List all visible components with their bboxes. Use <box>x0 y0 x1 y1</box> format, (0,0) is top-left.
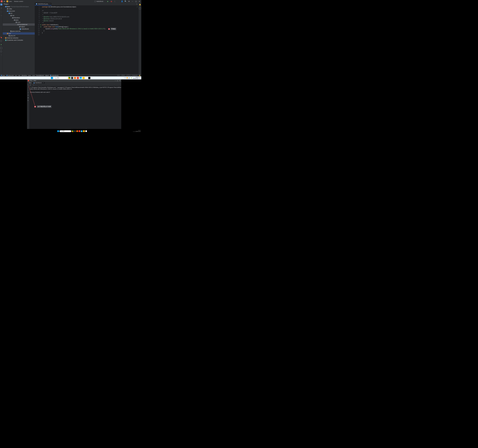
close-icon[interactable]: ✕ <box>138 0 140 2</box>
up-icon[interactable]: ↑ <box>28 87 29 88</box>
tab-more-icon[interactable]: ⋮ <box>136 3 138 5</box>
code-text[interactable]: package net.ittimeline.java.core.foundat… <box>42 6 138 74</box>
structure-tool-icon[interactable]: ⋮⋮ <box>0 11 2 13</box>
code-area[interactable]: 123456789 10▶ 11▶ 12131415 package net.i… <box>35 6 138 74</box>
titlebar: IJ J java⌄ Version control⌄ HelloWorld⌄ … <box>0 0 141 3</box>
commit-tool-icon[interactable]: ⊙ <box>0 7 2 9</box>
more-icon[interactable]: ⋮ <box>114 0 116 2</box>
tree-scratch[interactable]: Scratches and Consoles <box>3 39 35 41</box>
app-icon[interactable] <box>76 130 78 132</box>
run-config-selector[interactable]: HelloWorld⌄ <box>94 0 105 2</box>
start-icon[interactable] <box>51 77 53 79</box>
trash-icon[interactable]: 🗑 <box>27 100 29 101</box>
tree-helloworld[interactable]: CHelloWorld <box>3 28 35 30</box>
tree-java2[interactable]: ⌄java <box>3 19 35 21</box>
encoding[interactable]: UTF-8 <box>126 75 130 76</box>
tree-foundational[interactable]: ⌄foundational <box>3 23 35 26</box>
close-icon[interactable]: ✕ <box>119 80 120 81</box>
indent[interactable]: 4 spaces <box>132 75 137 76</box>
lock-icon[interactable]: 🔓 <box>139 75 140 76</box>
run-button[interactable]: ▶ <box>107 0 109 2</box>
start-icon[interactable] <box>57 130 59 132</box>
editor-tab[interactable]: CHelloWorld.java✕ <box>35 3 51 6</box>
explorer-icon[interactable] <box>82 77 85 79</box>
main-menu-icon[interactable] <box>3 0 6 2</box>
debug-tool-icon[interactable] <box>0 47 2 49</box>
gutter-run-icon[interactable]: ▶ <box>40 24 41 26</box>
edge-icon[interactable] <box>81 130 82 132</box>
intellij-icon[interactable] <box>88 77 90 79</box>
wrap-icon[interactable]: ↲ <box>28 92 29 93</box>
settings-icon[interactable]: ⚙ <box>128 0 130 2</box>
down-icon[interactable]: ↓ <box>28 89 29 91</box>
volume-icon[interactable]: 🔊 <box>129 77 130 79</box>
ime-icon[interactable]: 中 <box>125 77 126 79</box>
tree-out[interactable]: ›out <box>3 32 35 35</box>
minimize-icon[interactable]: – <box>131 0 134 2</box>
services-icon[interactable] <box>0 40 2 42</box>
gutter-run-icon[interactable]: ▶ <box>40 26 41 28</box>
wifi-icon[interactable]: 📶 <box>126 77 128 79</box>
taskbar-search[interactable]: 🔍搜索 <box>54 77 68 79</box>
system-tray[interactable]: ˄ 中 📶 🔊 🔋 19:232023/11/16 💬 <box>123 77 140 79</box>
search-icon[interactable]: 🔍 <box>124 0 127 2</box>
edge-icon[interactable] <box>80 77 82 79</box>
database-icon[interactable] <box>139 7 141 9</box>
tab-close-icon[interactable]: ✕ <box>49 3 50 5</box>
tree-extlib[interactable]: ›External Libraries <box>3 37 35 39</box>
intellij-icon[interactable] <box>88 130 89 132</box>
run-tab[interactable]: Run <box>28 82 32 84</box>
chrome-icon[interactable] <box>85 130 87 132</box>
minimize-icon[interactable]: – <box>115 80 116 81</box>
notification-icon[interactable]: 💬 <box>139 77 140 79</box>
tree-net[interactable]: ⌄net <box>3 14 35 17</box>
taskbar-search[interactable]: 🔍搜索 <box>59 130 71 132</box>
maximize-icon[interactable]: ▢ <box>135 0 137 2</box>
taskview-icon[interactable] <box>71 77 73 79</box>
project-header[interactable]: Project⌄ <box>3 3 35 6</box>
vcs-dropdown[interactable]: Version control⌄ <box>14 1 24 2</box>
run-tab-active[interactable]: CHelloWorld ✕ <box>32 82 45 84</box>
project-tool-icon[interactable] <box>0 3 2 6</box>
caret-pos[interactable]: 15:1 <box>117 75 120 76</box>
tree-javaiml[interactable]: java.iml <box>3 35 35 37</box>
chrome-icon[interactable] <box>85 77 88 79</box>
git-tool-icon[interactable]: ⑂ <box>0 54 2 56</box>
bookmark-icon[interactable]: 🔖 <box>0 36 2 39</box>
code-with-me-icon[interactable]: 👤 <box>121 0 123 2</box>
explorer-icon[interactable] <box>83 130 85 132</box>
copilot-icon[interactable] <box>68 77 70 79</box>
more-tool-icon[interactable]: ⋯ <box>0 14 2 17</box>
project-dropdown[interactable]: java⌄ <box>9 1 13 2</box>
more-icon[interactable]: ⋮ <box>35 84 37 86</box>
stop-icon[interactable]: ■ <box>30 84 31 86</box>
rerun-icon[interactable]: ↻ <box>28 84 29 86</box>
tree-idea[interactable]: ›.idea <box>3 8 35 10</box>
app-icon[interactable] <box>74 77 76 79</box>
tree-core[interactable]: ⌄core <box>3 21 35 23</box>
taskview-icon[interactable] <box>74 130 76 132</box>
tree-iml[interactable]: java-core.iml <box>3 30 35 32</box>
tree-javacore[interactable]: ⌄java-core <box>3 10 35 12</box>
app-icon[interactable] <box>77 77 79 79</box>
chevron-up-icon[interactable]: ˄ <box>123 77 124 79</box>
copilot-icon[interactable] <box>72 130 74 132</box>
debug-button[interactable]: 🐞 <box>110 0 112 2</box>
notifications-icon[interactable]: 🔔 <box>139 3 141 6</box>
tree-ittimeline[interactable]: ⌄ittimeline <box>3 17 35 19</box>
tool-icon[interactable] <box>0 50 2 52</box>
filter-icon[interactable]: ⊘ <box>33 84 34 86</box>
breadcrumb[interactable]: java› java-core› src› net› ittimeline› j… <box>1 75 58 76</box>
print-icon[interactable]: 🖶 <box>27 97 29 99</box>
inspection-ok-icon[interactable]: ✓ <box>137 6 138 8</box>
maximize-icon[interactable]: ▢ <box>117 80 118 81</box>
tree-src[interactable]: ⌄src <box>3 12 35 14</box>
tree-object[interactable]: ⌄object <box>3 26 35 28</box>
run-tool-icon[interactable]: ▶ <box>0 43 2 46</box>
scroll-icon[interactable]: ⇊ <box>28 94 29 96</box>
run-window: IJ Run - java – ▢ ✕ Run CHelloWorld ✕ ↻ … <box>27 79 121 129</box>
tree-root[interactable]: ⌄javaD:\projects\java\ittimeline\java <box>3 6 35 8</box>
line-sep[interactable]: CRLF <box>121 75 125 76</box>
app-icon[interactable] <box>79 130 80 132</box>
battery-icon[interactable]: 🔋 <box>131 77 132 79</box>
